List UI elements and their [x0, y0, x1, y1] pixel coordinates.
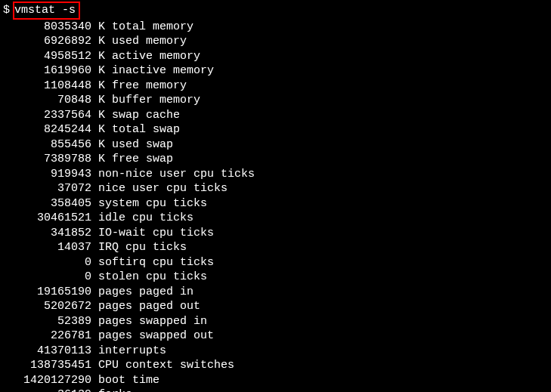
output-row: 919943 non-nice user cpu ticks [3, 167, 548, 182]
output-row: 52389 pages swapped in [3, 314, 548, 329]
prompt-symbol: $ [3, 3, 10, 18]
command-text: vmstat -s [14, 4, 76, 17]
output-row: 8035340 K total memory [3, 20, 548, 35]
output-row: 2337564 K swap cache [3, 108, 548, 123]
output-row: 5202672 pages paged out [3, 299, 548, 314]
output-row: 1420127290 boot time [3, 373, 548, 388]
output-row: 855456 K used swap [3, 137, 548, 153]
output-row: 41370113 interrupts [3, 344, 548, 359]
output-row: 1619960 K inactive memory [3, 63, 548, 79]
command-highlight-box: vmstat -s [13, 2, 80, 20]
output-row: 14037 IRQ cpu ticks [3, 240, 548, 255]
output-row: 30461521 idle cpu ticks [3, 211, 548, 226]
output-row: 37072 nice user cpu ticks [3, 181, 548, 196]
output-row: 70848 K buffer memory [3, 93, 548, 108]
output-row: 36139 forks [3, 387, 548, 392]
output-row: 0 stolen cpu ticks [3, 270, 548, 285]
output-row: 8245244 K total swap [3, 122, 548, 137]
output-row: 19165190 pages paged in [3, 285, 548, 300]
output-row: 138735451 CPU context switches [3, 358, 548, 373]
output-row: 358405 system cpu ticks [3, 196, 548, 211]
output-row: 341852 IO-wait cpu ticks [3, 226, 548, 241]
output-row: 0 softirq cpu ticks [3, 255, 548, 270]
output-row: 6926892 K used memory [3, 34, 548, 49]
command-line[interactable]: $ vmstat -s [3, 3, 548, 20]
output-row: 226781 pages swapped out [3, 329, 548, 344]
output-row: 1108448 K free memory [3, 79, 548, 94]
terminal-output: 8035340 K total memory 6926892 K used me… [3, 20, 548, 393]
output-row: 7389788 K free swap [3, 152, 548, 167]
output-row: 4958512 K active memory [3, 49, 548, 64]
